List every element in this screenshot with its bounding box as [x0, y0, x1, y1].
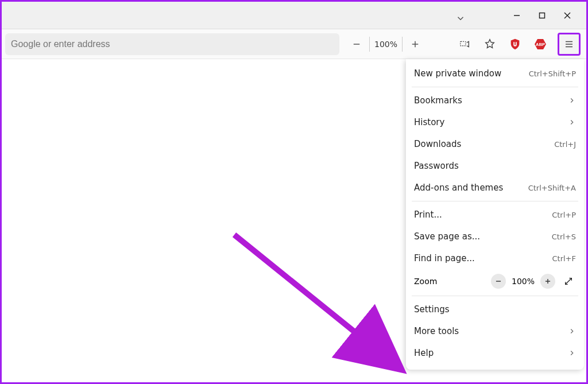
chevron-right-icon — [568, 349, 576, 357]
menu-shortcut: Ctrl+Shift+A — [528, 184, 576, 192]
menu-find-in-page[interactable]: Find in page... Ctrl+F — [406, 247, 584, 269]
menu-label: Save page as... — [414, 231, 480, 242]
zoom-level-label: 100% — [374, 40, 397, 49]
menu-passwords[interactable]: Passwords — [406, 155, 584, 177]
menu-help[interactable]: Help — [406, 342, 584, 364]
app-menu: New private window Ctrl+Shift+P Bookmark… — [406, 59, 584, 370]
close-button[interactable] — [561, 9, 574, 22]
window-controls — [510, 9, 586, 22]
menu-shortcut: Ctrl+S — [552, 232, 576, 241]
menu-downloads[interactable]: Downloads Ctrl+J — [406, 133, 584, 155]
address-bar[interactable] — [5, 33, 339, 55]
menu-separator — [412, 296, 578, 296]
menu-label: Downloads — [414, 139, 461, 149]
toolbar-icons: ABP — [457, 33, 583, 56]
address-input[interactable] — [11, 39, 334, 49]
menu-label: Settings — [414, 304, 450, 315]
zoom-divider — [402, 37, 403, 52]
menu-shortcut: Ctrl+F — [552, 254, 576, 263]
menu-separator — [412, 201, 578, 201]
menu-label: New private window — [414, 68, 501, 79]
menu-label: Bookmarks — [414, 95, 462, 106]
menu-label: Zoom — [414, 277, 437, 286]
bookmark-star-icon[interactable] — [482, 36, 498, 52]
menu-label: Print... — [414, 210, 442, 220]
tabs-dropdown-chevron[interactable] — [455, 13, 466, 24]
hamburger-menu-button[interactable] — [558, 33, 581, 56]
menu-more-tools[interactable]: More tools — [406, 320, 584, 342]
menu-addons[interactable]: Add-ons and themes Ctrl+Shift+A — [406, 177, 584, 199]
menu-label: More tools — [414, 326, 459, 336]
menu-shortcut: Ctrl+P — [552, 211, 576, 219]
menu-separator — [412, 87, 578, 87]
zoom-value: 100% — [512, 277, 535, 286]
menu-new-private-window[interactable]: New private window Ctrl+Shift+P — [406, 63, 584, 84]
menu-print[interactable]: Print... Ctrl+P — [406, 204, 584, 226]
svg-rect-1 — [540, 13, 545, 18]
chevron-right-icon — [568, 96, 576, 104]
fullscreen-button[interactable] — [561, 274, 576, 289]
zoom-controls: 100% — [343, 36, 429, 52]
minimize-button[interactable] — [510, 9, 523, 22]
menu-label: Find in page... — [414, 253, 475, 263]
screenshot-icon[interactable] — [457, 36, 473, 52]
chevron-right-icon — [568, 118, 576, 126]
abp-icon[interactable]: ABP — [532, 36, 548, 52]
menu-settings[interactable]: Settings — [406, 298, 584, 320]
menu-label: History — [414, 117, 444, 127]
ublock-icon[interactable] — [507, 36, 523, 52]
toolbar: 100% ABP — [2, 29, 586, 59]
titlebar — [2, 2, 586, 29]
zoom-out-button[interactable] — [491, 274, 506, 289]
menu-shortcut: Ctrl+J — [554, 140, 576, 149]
menu-history[interactable]: History — [406, 111, 584, 133]
content-area: New private window Ctrl+Shift+P Bookmark… — [2, 59, 586, 382]
menu-shortcut: Ctrl+Shift+P — [529, 69, 576, 78]
maximize-button[interactable] — [536, 9, 548, 22]
zoom-in-button[interactable] — [407, 36, 423, 52]
zoom-in-button[interactable] — [540, 274, 555, 289]
menu-save-page-as[interactable]: Save page as... Ctrl+S — [406, 226, 584, 247]
svg-rect-7 — [461, 41, 466, 45]
annotation-arrow — [229, 229, 412, 378]
menu-label: Passwords — [414, 161, 459, 171]
svg-line-16 — [234, 235, 398, 367]
menu-label: Help — [414, 348, 434, 358]
svg-text:ABP: ABP — [536, 42, 545, 47]
zoom-divider — [369, 37, 370, 52]
zoom-out-button[interactable] — [349, 36, 365, 52]
menu-bookmarks[interactable]: Bookmarks — [406, 90, 584, 111]
chevron-right-icon — [568, 327, 576, 335]
menu-label: Add-ons and themes — [414, 183, 503, 193]
menu-zoom-row: Zoom 100% — [406, 269, 584, 293]
